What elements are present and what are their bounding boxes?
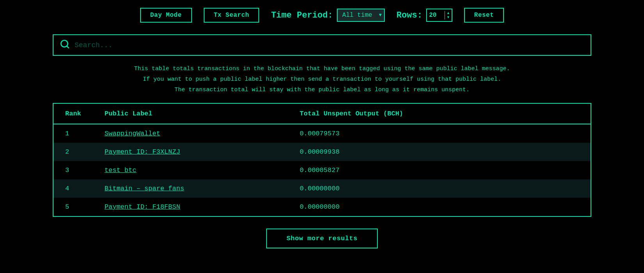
cell-amount: 0.00009938 xyxy=(288,143,591,161)
cell-amount: 0.00005827 xyxy=(288,161,591,179)
table-header-row: Rank Public Label Total Unspent Output (… xyxy=(53,104,591,124)
tx-search-button[interactable]: Tx Search xyxy=(204,8,260,23)
cell-amount: 0.00000000 xyxy=(288,179,591,198)
cell-rank: 2 xyxy=(53,143,93,161)
svg-line-1 xyxy=(67,46,69,48)
results-table: Rank Public Label Total Unspent Output (… xyxy=(53,104,591,216)
cell-rank: 5 xyxy=(53,198,93,216)
time-period-container: Time Period: All time 1 day 7 days 30 da… xyxy=(271,9,384,22)
table-row: 4Bitmain – spare fans0.00000000 xyxy=(53,179,591,198)
cell-label: Payment ID: F3XLNZJ xyxy=(93,143,288,161)
description-line2: If you want to push a public label highe… xyxy=(127,74,517,85)
label-link[interactable]: test btc xyxy=(105,167,137,174)
rows-increment-button[interactable]: ▲ xyxy=(445,11,452,15)
search-input[interactable] xyxy=(75,41,584,49)
label-link[interactable]: Payment ID: F18FBSN xyxy=(105,203,180,211)
description-text: This table totals transactions in the bl… xyxy=(127,64,517,95)
label-link[interactable]: Payment ID: F3XLNZJ xyxy=(105,148,180,156)
table-row: 2Payment ID: F3XLNZJ0.00009938 xyxy=(53,143,591,161)
table-row: 3test btc0.00005827 xyxy=(53,161,591,179)
time-period-select-wrapper[interactable]: All time 1 day 7 days 30 days 1 year xyxy=(337,9,385,22)
search-icon xyxy=(60,39,70,51)
table-row: 1SwappingWallet0.00079573 xyxy=(53,124,591,143)
table-body: 1SwappingWallet0.000795732Payment ID: F3… xyxy=(53,124,591,216)
header-rank: Rank xyxy=(53,104,93,124)
cell-label: SwappingWallet xyxy=(93,124,288,143)
table-row: 5Payment ID: F18FBSN0.00000000 xyxy=(53,198,591,216)
cell-rank: 4 xyxy=(53,179,93,198)
cell-amount: 0.00079573 xyxy=(288,124,591,143)
table-header: Rank Public Label Total Unspent Output (… xyxy=(53,104,591,124)
reset-button[interactable]: Reset xyxy=(464,8,504,23)
search-box xyxy=(53,34,591,56)
cell-label: test btc xyxy=(93,161,288,179)
cell-label: Bitmain – spare fans xyxy=(93,179,288,198)
cell-rank: 3 xyxy=(53,161,93,179)
time-period-label: Time Period: xyxy=(271,11,333,20)
cell-amount: 0.00000000 xyxy=(288,198,591,216)
time-period-select[interactable]: All time 1 day 7 days 30 days 1 year xyxy=(337,9,385,22)
rows-label: Rows: xyxy=(397,11,422,20)
top-bar: Day Mode Tx Search Time Period: All time… xyxy=(0,0,644,30)
show-more-container: Show more results xyxy=(0,229,644,248)
cell-label: Payment ID: F18FBSN xyxy=(93,198,288,216)
description-line3: The transaction total will stay with the… xyxy=(127,85,517,95)
rows-input[interactable] xyxy=(427,9,445,21)
rows-container: Rows: ▲ ▼ xyxy=(397,9,452,22)
rows-decrement-button[interactable]: ▼ xyxy=(445,15,452,20)
cell-rank: 1 xyxy=(53,124,93,143)
rows-input-wrapper: ▲ ▼ xyxy=(426,9,452,22)
description-line1: This table totals transactions in the bl… xyxy=(127,64,517,74)
search-container xyxy=(53,34,591,56)
show-more-button[interactable]: Show more results xyxy=(266,229,378,248)
label-link[interactable]: Bitmain – spare fans xyxy=(105,185,184,192)
header-total-unspent: Total Unspent Output (BCH) xyxy=(288,104,591,124)
table-container: Rank Public Label Total Unspent Output (… xyxy=(53,103,591,217)
rows-spinner: ▲ ▼ xyxy=(445,11,452,20)
header-public-label: Public Label xyxy=(93,104,288,124)
day-mode-button[interactable]: Day Mode xyxy=(140,8,192,23)
label-link[interactable]: SwappingWallet xyxy=(105,130,160,137)
